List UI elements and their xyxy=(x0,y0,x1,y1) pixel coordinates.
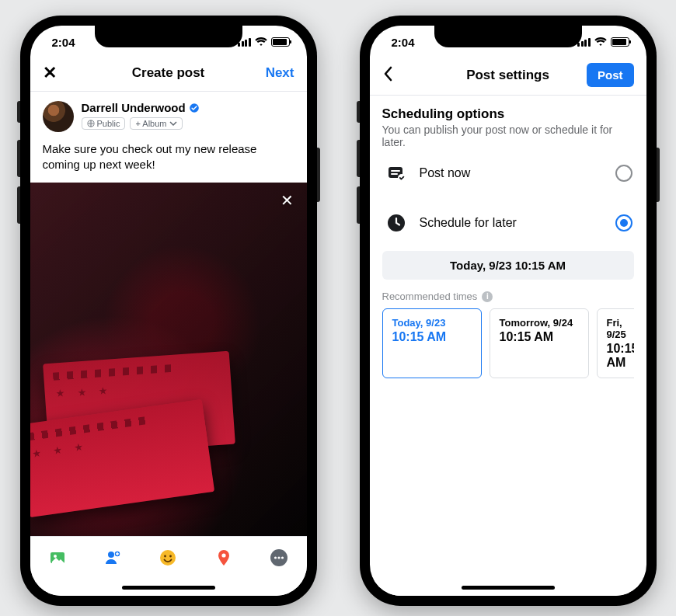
feeling-icon[interactable] xyxy=(158,548,178,568)
composer-header: Darrell Underwood Public + Album xyxy=(30,92,307,137)
svg-point-9 xyxy=(221,553,225,557)
info-icon[interactable]: i xyxy=(482,291,493,302)
recommended-times-row[interactable]: Today, 9/23 10:15 AM Tomorrow, 9/24 10:1… xyxy=(382,308,634,378)
radio-unselected[interactable] xyxy=(615,165,632,182)
location-icon[interactable] xyxy=(214,548,234,568)
user-name: Darrell Underwood xyxy=(82,101,186,114)
device-notch xyxy=(95,26,242,47)
post-now-icon xyxy=(384,161,409,186)
status-time: 2:04 xyxy=(392,36,415,49)
svg-point-6 xyxy=(160,550,176,566)
rec-time: 10:15 AM xyxy=(392,330,472,344)
svg-point-7 xyxy=(165,555,167,558)
more-icon[interactable] xyxy=(269,548,289,568)
create-post-navbar: ✕ Create post Next xyxy=(30,58,307,92)
phone-create-post: 2:04 ✕ Create post Next Darrell Underwoo… xyxy=(20,16,317,606)
composer-toolbar xyxy=(30,536,307,579)
post-text-input[interactable]: Make sure you check out my new release c… xyxy=(30,137,307,183)
home-indicator[interactable] xyxy=(30,579,307,596)
avatar[interactable] xyxy=(43,101,74,132)
battery-icon xyxy=(611,37,629,47)
next-button[interactable]: Next xyxy=(266,65,294,81)
option-label: Schedule for later xyxy=(420,216,605,230)
svg-point-11 xyxy=(274,556,277,559)
album-chip-label: + Album xyxy=(135,119,166,128)
globe-icon xyxy=(87,120,95,127)
wifi-icon xyxy=(255,37,267,47)
scheduled-time-pill[interactable]: Today, 9/23 10:15 AM xyxy=(382,251,634,280)
chevron-down-icon xyxy=(169,120,177,127)
phone-post-settings: 2:04 Post settings Post Scheduling optio… xyxy=(360,16,657,606)
wifi-icon xyxy=(594,37,607,47)
page-title: Post settings xyxy=(466,68,549,83)
svg-point-8 xyxy=(170,555,172,558)
tag-people-icon[interactable] xyxy=(103,548,123,568)
rec-date: Today, 9/23 xyxy=(392,317,472,329)
rec-date: Fri, 9/25 xyxy=(607,317,634,340)
back-icon[interactable] xyxy=(382,66,393,85)
clock-icon xyxy=(384,211,409,235)
home-indicator[interactable] xyxy=(370,579,646,596)
verified-badge-icon xyxy=(189,103,200,113)
svg-point-3 xyxy=(54,555,57,558)
remove-attachment-icon[interactable]: ✕ xyxy=(276,189,299,212)
rec-time: 10:15 AM xyxy=(607,342,634,370)
page-title: Create post xyxy=(132,65,205,81)
rec-time-card[interactable]: Tomorrow, 9/24 10:15 AM xyxy=(490,308,589,378)
post-button[interactable]: Post xyxy=(587,63,634,87)
option-schedule-later[interactable]: Schedule for later xyxy=(382,198,634,248)
device-notch xyxy=(434,26,582,47)
rec-time: 10:15 AM xyxy=(500,330,579,344)
rec-date: Tomorrow, 9/24 xyxy=(500,317,579,329)
svg-point-12 xyxy=(277,556,280,559)
post-settings-navbar: Post settings Post xyxy=(370,58,646,96)
rec-time-card[interactable]: Fri, 9/25 10:15 AM xyxy=(597,308,634,378)
rec-time-card[interactable]: Today, 9/23 10:15 AM xyxy=(382,308,482,378)
battery-icon xyxy=(271,37,290,47)
photo-icon[interactable] xyxy=(47,548,68,568)
close-icon[interactable]: ✕ xyxy=(43,63,57,83)
album-chip[interactable]: + Album xyxy=(130,117,182,130)
section-title: Scheduling options xyxy=(382,106,634,122)
privacy-chip-label: Public xyxy=(97,119,120,128)
radio-selected[interactable] xyxy=(615,214,632,231)
privacy-chip[interactable]: Public xyxy=(82,117,126,130)
attached-image[interactable]: ✕ xyxy=(30,183,307,537)
option-label: Post now xyxy=(420,166,605,180)
section-subtitle: You can publish your post now or schedul… xyxy=(382,124,634,148)
option-post-now[interactable]: Post now xyxy=(382,148,634,198)
svg-point-13 xyxy=(281,556,284,559)
svg-point-4 xyxy=(108,552,114,558)
recommended-times-label: Recommended times i xyxy=(382,291,634,302)
status-time: 2:04 xyxy=(52,36,75,49)
